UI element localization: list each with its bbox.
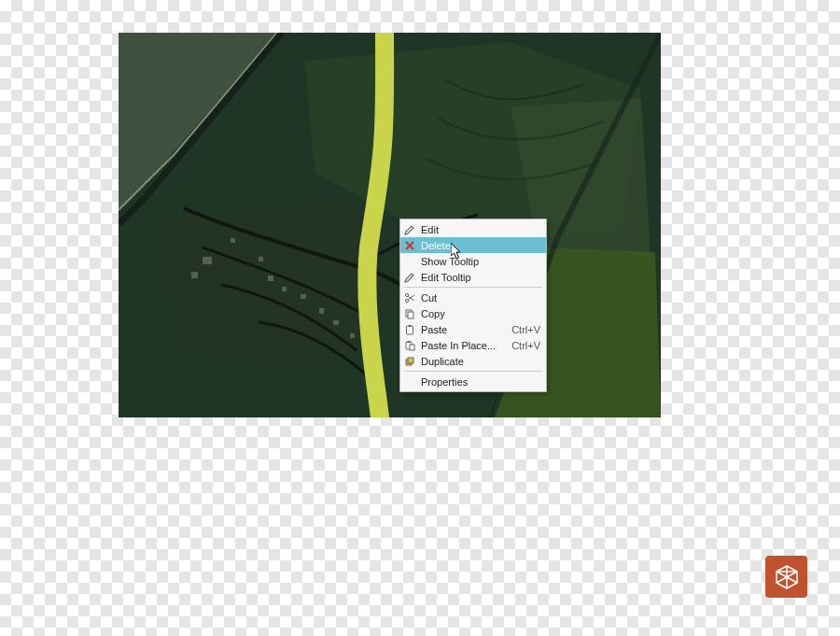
- no-icon: [402, 254, 417, 269]
- svg-rect-23: [408, 341, 411, 343]
- no-icon: [402, 375, 417, 389]
- svg-rect-24: [410, 345, 414, 350]
- duplicate-icon: [402, 354, 417, 369]
- menu-separator: [404, 371, 542, 372]
- menu-item-label: Duplicate: [421, 356, 540, 367]
- menu-item-label: Copy: [421, 308, 540, 319]
- menu-item-label: Delete: [421, 240, 540, 251]
- menu-item-label: Edit: [421, 224, 540, 235]
- menu-item-paste-in-place[interactable]: Paste In Place...Ctrl+V: [400, 337, 546, 353]
- svg-point-16: [405, 293, 408, 296]
- copy-icon: [402, 306, 417, 321]
- menu-item-delete[interactable]: Delete: [400, 237, 546, 253]
- svg-rect-7: [282, 287, 287, 291]
- svg-rect-21: [409, 325, 412, 327]
- menu-item-edit[interactable]: Edit: [400, 221, 546, 237]
- menu-item-shortcut: Ctrl+V: [511, 324, 540, 335]
- svg-rect-19: [408, 312, 413, 318]
- app-logo: [765, 556, 807, 598]
- menu-item-properties[interactable]: Properties: [400, 374, 546, 389]
- menu-item-label: Paste In Place...: [421, 340, 508, 351]
- svg-rect-9: [319, 308, 324, 314]
- svg-rect-8: [301, 294, 306, 299]
- menu-item-paste[interactable]: PasteCtrl+V: [400, 321, 546, 337]
- svg-rect-20: [407, 326, 413, 334]
- svg-point-17: [405, 299, 408, 302]
- 3d-viewport[interactable]: [119, 33, 661, 417]
- svg-rect-10: [333, 320, 339, 325]
- menu-item-copy[interactable]: Copy: [400, 305, 546, 321]
- scissors-icon: [402, 290, 417, 305]
- paste-icon: [402, 322, 417, 337]
- menu-item-shortcut: Ctrl+V: [511, 340, 540, 351]
- svg-rect-26: [408, 358, 413, 363]
- menu-item-cut[interactable]: Cut: [400, 290, 546, 305]
- pencil-icon: [402, 270, 417, 285]
- svg-rect-14: [203, 257, 212, 264]
- svg-rect-12: [259, 257, 263, 261]
- svg-rect-11: [350, 333, 355, 338]
- pencil-icon: [402, 222, 417, 237]
- menu-item-label: Show Tooltip: [421, 256, 540, 267]
- menu-item-show-tooltip[interactable]: Show Tooltip: [400, 253, 546, 269]
- svg-rect-6: [268, 276, 273, 281]
- menu-item-label: Properties: [421, 376, 540, 388]
- menu-item-edit-tooltip[interactable]: Edit Tooltip: [400, 269, 546, 285]
- menu-item-label: Cut: [421, 292, 540, 304]
- menu-item-duplicate[interactable]: Duplicate: [400, 353, 546, 369]
- menu-item-label: Paste: [421, 324, 508, 335]
- paste-in-place-icon: [402, 338, 417, 353]
- context-menu: EditDeleteShow TooltipEdit TooltipCutCop…: [399, 219, 547, 392]
- svg-rect-13: [231, 238, 235, 243]
- delete-icon: [402, 238, 417, 253]
- menu-separator: [404, 287, 542, 288]
- menu-item-label: Edit Tooltip: [421, 272, 540, 283]
- svg-rect-15: [191, 272, 198, 278]
